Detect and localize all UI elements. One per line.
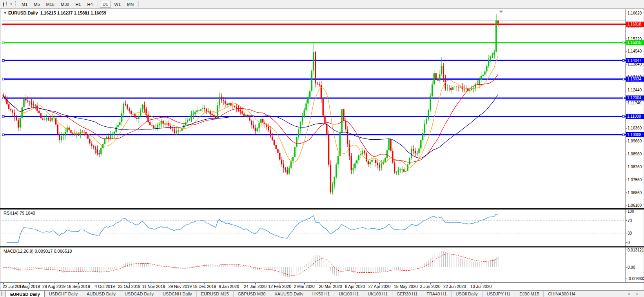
line-handle-right[interactable] (622, 134, 624, 136)
chart-tab-eurusd-daily[interactable]: EURUSD Daily (5, 291, 45, 297)
chart-tab-hk50-h1[interactable]: HK50 H1 (308, 291, 335, 297)
svg-text:24 Jan 2020: 24 Jan 2020 (244, 284, 267, 289)
chart-tab-usdcnh-daily[interactable]: USDCNH Daily (158, 291, 197, 297)
svg-text:28 Aug 2019: 28 Aug 2019 (42, 284, 65, 289)
tab-scroll-arrows: ◄ ► (627, 291, 639, 297)
line-handle-right[interactable] (622, 78, 624, 80)
chart-toolbar: ▼ M1M5M15M30H1H4D1W1MN (0, 0, 644, 9)
svg-text:1.07560: 1.07560 (628, 178, 642, 182)
timeframe-button-h4[interactable]: H4 (84, 1, 95, 8)
svg-text:27 Apr 2020: 27 Apr 2020 (368, 284, 391, 289)
chart-tab-usdjpy-h1[interactable]: USDJPY H1 (483, 291, 515, 297)
price-badge-1.14047: 1.14047 (626, 58, 644, 63)
ma-slow-line (3, 95, 498, 158)
horizontal-level-lines[interactable] (2, 20, 626, 136)
svg-text:1.10008: 1.10008 (627, 133, 642, 137)
line-handle-left[interactable] (2, 134, 4, 136)
svg-text:11 Nov 2019: 11 Nov 2019 (142, 284, 165, 289)
line-handle-right[interactable] (622, 115, 624, 117)
chart-tab-uk100-h1[interactable]: UK100 H1 (363, 291, 392, 297)
svg-text:12 Feb 2020: 12 Feb 2020 (268, 284, 291, 289)
chart-tab-audusd-daily[interactable]: AUDUSD Daily (82, 291, 120, 297)
chart-tab-usdchf-daily[interactable]: USDCHF Daily (45, 291, 82, 297)
svg-text:0.00: 0.00 (628, 265, 635, 270)
svg-text:1.10360: 1.10360 (628, 126, 642, 130)
price-badge-1.11009: 1.11009 (626, 114, 644, 119)
chart-tabbar: EURUSD DailyUSDCHF DailyAUDUSD DailyUSDC… (0, 290, 644, 297)
line-handle-left[interactable] (2, 60, 4, 62)
svg-text:1.12440: 1.12440 (628, 88, 642, 92)
chart-cursor-icon[interactable]: ▼ (1, 1, 14, 8)
chevron-down-icon: ▼ (10, 3, 13, 5)
tab-scroll-right-icon[interactable]: ► (636, 292, 639, 296)
timeframe-button-m15[interactable]: M15 (44, 1, 57, 8)
svg-text:2 Mar 2020: 2 Mar 2020 (294, 284, 314, 289)
line-handle-right[interactable] (622, 60, 624, 62)
timeframe-button-d1[interactable]: D1 (100, 1, 111, 8)
macd-signal-line (3, 254, 498, 275)
chart-tab-eurusd-m15[interactable]: EURUSD M15 (197, 291, 234, 297)
ohlc-readout: 1.16215 1.16237 1.15881 1.16059 (40, 11, 106, 15)
chart-tab-uk100-h1[interactable]: UK100 H1 (334, 291, 363, 297)
svg-text:1.06180: 1.06180 (628, 203, 642, 208)
price-axis[interactable]: 1.166201.159201.152201.145401.138401.131… (626, 11, 644, 208)
svg-text:29 Nov 2019: 29 Nov 2019 (168, 284, 192, 289)
candlestick-cursor-glyph (2, 2, 9, 7)
svg-text:100: 100 (628, 209, 634, 213)
tabbar-grip[interactable] (1, 292, 4, 296)
toolbar-separator (98, 1, 98, 7)
ohlc-collapse-icon[interactable]: ▼ (4, 11, 7, 15)
timeframe-button-w1[interactable]: W1 (112, 1, 124, 8)
panel-borders (0, 9, 644, 283)
timeframe-button-m30[interactable]: M30 (58, 1, 72, 8)
svg-text:6 Jan 2020: 6 Jan 2020 (219, 284, 239, 289)
svg-text:30: 30 (628, 231, 632, 235)
line-handle-left[interactable] (2, 78, 4, 80)
chart-shift-marker-icon[interactable] (499, 11, 503, 13)
svg-text:23 Oct 2019: 23 Oct 2019 (118, 284, 140, 289)
svg-text:1.08960: 1.08960 (628, 152, 642, 156)
chart-title: ▼EURUSD,Daily 1.16215 1.16237 1.15881 1.… (4, 11, 106, 15)
rsi-panel: 10070300 (2, 209, 634, 245)
price-badge-1.10008: 1.10008 (626, 132, 644, 137)
timeframe-button-group: M1M5M15M30H1H4D1W1MN (18, 1, 140, 8)
ma-fast-line (3, 56, 498, 168)
candles-group (3, 14, 499, 194)
svg-text:9 Aug 2019: 9 Aug 2019 (19, 284, 40, 289)
chart-tab-gbpusd-m30[interactable]: GBPUSD M30 (234, 291, 270, 297)
svg-text:20 Mar 2020: 20 Mar 2020 (319, 284, 342, 289)
price-badge-1.15015: 1.15015 (626, 40, 644, 45)
line-handle-right[interactable] (622, 42, 624, 44)
svg-text:1.08260: 1.08260 (628, 165, 642, 169)
timeframe-button-m5[interactable]: M5 (31, 1, 42, 8)
chart-tab-xauusd-daily[interactable]: XAUUSD Daily (270, 291, 308, 297)
timeframe-button-mn[interactable]: MN (124, 1, 136, 8)
chart-tab-usoil-daily[interactable]: USOil Daily (452, 291, 483, 297)
chart-tab-fra40-h1[interactable]: FRA40 H1 (422, 291, 451, 297)
price-badge-1.13034: 1.13034 (626, 77, 644, 82)
price-chart-canvas[interactable]: 1.166201.159201.152201.145401.138401.131… (0, 9, 644, 290)
chart-tab-usdcad-daily[interactable]: USDCAD Daily (120, 291, 158, 297)
tab-scroll-left-icon[interactable]: ◄ (627, 292, 630, 296)
chart-tab-ger30-h1[interactable]: GER30 H1 (392, 291, 422, 297)
hline-1.12004[interactable] (2, 97, 626, 99)
toolbar-grip[interactable] (15, 1, 16, 7)
timeframe-button-h1[interactable]: H1 (73, 1, 83, 8)
svg-text:1.16018: 1.16018 (627, 22, 642, 26)
chart-tab-dj30-m15[interactable]: DJ30 M15 (515, 291, 544, 297)
svg-text:1.06860: 1.06860 (628, 191, 642, 195)
line-handle-right[interactable] (622, 97, 624, 99)
svg-text:15 May 2020: 15 May 2020 (394, 284, 418, 289)
time-axis[interactable]: 22 Jul 20199 Aug 201928 Aug 201916 Sep 2… (3, 283, 492, 289)
line-handle-left[interactable] (2, 42, 4, 44)
svg-text:1.13034: 1.13034 (627, 77, 642, 81)
timeframe-button-m1[interactable]: M1 (19, 1, 30, 8)
line-handle-left[interactable] (2, 115, 4, 117)
svg-text:22 Jun 2020: 22 Jun 2020 (443, 284, 466, 289)
chart-tab-china300-h4[interactable]: CHINA300 H4 (544, 291, 580, 297)
svg-text:1.16620: 1.16620 (628, 11, 642, 15)
hline-1.13034[interactable] (2, 78, 626, 80)
svg-text:1.14047: 1.14047 (627, 58, 642, 63)
hline-1.11009[interactable] (2, 115, 626, 117)
svg-text:8 Apr 2020: 8 Apr 2020 (345, 284, 365, 289)
